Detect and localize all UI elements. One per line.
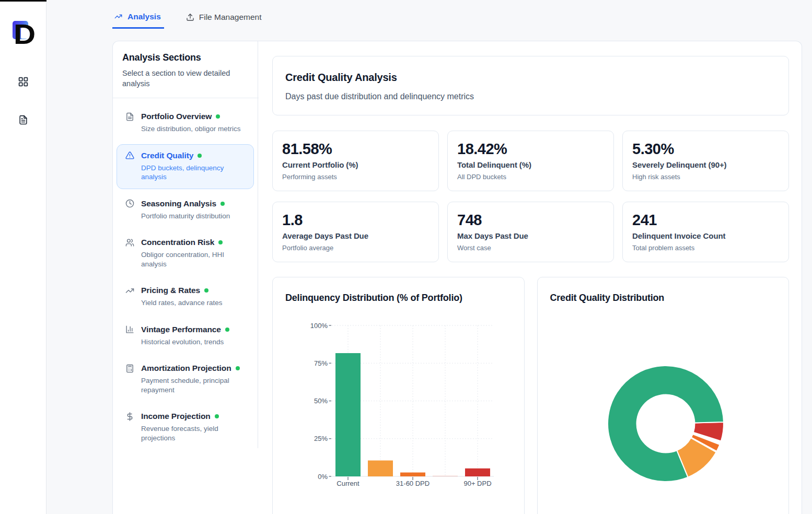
svg-text:75%: 75% [314,359,328,367]
svg-text:Current: Current [337,480,359,487]
svg-text:0%: 0% [318,473,328,481]
svg-text:31-60 DPD: 31-60 DPD [396,480,430,487]
svg-text:25%: 25% [314,435,328,442]
svg-text:50%: 50% [314,397,328,405]
svg-text:100%: 100% [310,322,328,330]
svg-text:90+ DPD: 90+ DPD [463,480,491,487]
